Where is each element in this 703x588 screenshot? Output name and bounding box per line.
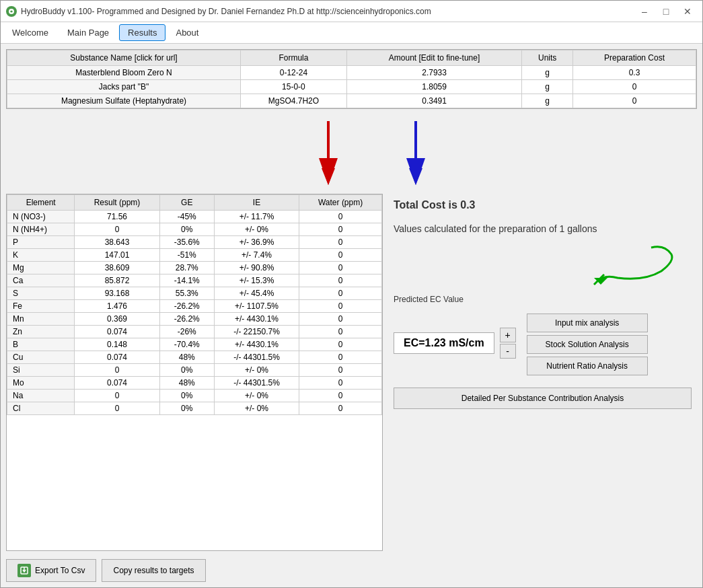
table-cell: 0 (75, 364, 159, 377)
red-arrow-icon (311, 118, 345, 185)
main-window: HydroBuddy v1.100- Programmed and Design… (0, 0, 703, 588)
copy-results-button[interactable]: Copy results to targets (102, 559, 205, 582)
table-row: Cu0.07448%-/- 44301.5%0 (7, 351, 382, 364)
table-cell: 0.074 (75, 377, 159, 390)
table-cell: 48% (159, 377, 214, 390)
input-mix-button[interactable]: Input mix analysis (527, 314, 648, 332)
table-cell: 0 (299, 223, 382, 236)
table-cell: 85.872 (75, 274, 159, 287)
close-button[interactable]: ✕ (678, 5, 697, 18)
table-cell: +/- 0% (214, 402, 299, 415)
stock-solution-button[interactable]: Stock Solution Analysis (527, 335, 648, 354)
minus-button[interactable]: - (500, 344, 516, 359)
col-result-ppm: Result (ppm) (75, 195, 159, 211)
table-cell: 0 (299, 377, 382, 390)
table-cell: 0 (299, 300, 382, 313)
table-cell[interactable]: 2.7933 (346, 66, 521, 80)
table-cell: 0.148 (75, 338, 159, 351)
table-cell: 0-12-24 (241, 66, 347, 80)
table-row: S93.16855.3%+/- 45.4%0 (7, 287, 382, 300)
menu-main-page[interactable]: Main Page (59, 24, 118, 41)
table-cell: 0 (299, 390, 382, 402)
table-row: N (NH4+)00%+/- 0%0 (7, 223, 382, 236)
table-cell: 38.609 (75, 262, 159, 274)
col-prep-cost: Preparation Cost (573, 50, 696, 66)
minimize-button[interactable]: – (635, 5, 654, 18)
table-row: Mg38.60928.7%+/- 90.8%0 (7, 262, 382, 274)
table-cell: +/- 0% (214, 364, 299, 377)
table-cell: g (522, 66, 573, 80)
table-cell: 71.56 (75, 211, 159, 223)
table-cell: 0 (75, 402, 159, 415)
col-formula: Formula (241, 50, 347, 66)
menu-results[interactable]: Results (119, 24, 165, 41)
substances-table: Substance Name [click for url] Formula A… (7, 50, 696, 108)
table-cell: 1.476 (75, 300, 159, 313)
table-cell: 93.168 (75, 287, 159, 300)
table-cell: g (522, 94, 573, 108)
table-cell: 0 (299, 262, 382, 274)
table-cell: 28.7% (159, 262, 214, 274)
table-cell: Fe (7, 300, 75, 313)
table-cell: 0% (159, 364, 214, 377)
table-cell: 0 (299, 287, 382, 300)
table-cell: 0 (75, 223, 159, 236)
table-cell: -/- 44301.5% (214, 351, 299, 364)
table-cell: 0 (299, 338, 382, 351)
table-cell: 0 (299, 326, 382, 338)
col-amount: Amount [Edit to fine-tune] (346, 50, 521, 66)
table-row: Fe1.476-26.2%+/- 1107.5%0 (7, 300, 382, 313)
table-cell: 0 (299, 364, 382, 377)
arrows-area (46, 114, 697, 188)
col-water-ppm: Water (ppm) (299, 195, 382, 211)
table-row: Jacks part "B"15-0-01.8059g0 (7, 80, 696, 94)
export-csv-button[interactable]: Export To Csv (6, 559, 96, 582)
detailed-analysis-button[interactable]: Detailed Per Substance Contribution Anal… (394, 388, 692, 409)
col-substance: Substance Name [click for url] (7, 50, 241, 66)
copy-results-label: Copy results to targets (113, 566, 194, 575)
table-row: Cl00%+/- 0%0 (7, 402, 382, 415)
window-title: HydroBuddy v1.100- Programmed and Design… (21, 7, 431, 16)
table-row: Magnesium Sulfate (Heptahydrate)MgSO4.7H… (7, 94, 696, 108)
table-cell: 0 (299, 313, 382, 326)
table-cell: 0 (299, 249, 382, 262)
menu-welcome[interactable]: Welcome (3, 24, 57, 41)
table-cell[interactable]: 1.8059 (346, 80, 521, 94)
title-bar-left: HydroBuddy v1.100- Programmed and Design… (6, 6, 431, 17)
menu-about[interactable]: About (167, 24, 207, 41)
table-cell: 0 (299, 274, 382, 287)
table-cell: 0 (75, 390, 159, 402)
table-cell: 0 (573, 94, 696, 108)
plus-button[interactable]: + (500, 328, 516, 342)
bottom-section: Element Result (ppm) GE IE Water (ppm) N… (6, 194, 697, 551)
table-cell: +/- 90.8% (214, 262, 299, 274)
table-cell: 0 (299, 236, 382, 249)
table-cell: Jacks part "B" (7, 80, 241, 94)
table-cell: -26.2% (159, 300, 214, 313)
svg-marker-6 (409, 168, 422, 185)
table-row: Na00%+/- 0%0 (7, 390, 382, 402)
table-cell: S (7, 287, 75, 300)
nutrient-ratio-button[interactable]: Nutrient Ratio Analysis (527, 357, 648, 375)
element-table: Element Result (ppm) GE IE Water (ppm) N… (7, 194, 382, 415)
table-cell: -26.2% (159, 313, 214, 326)
table-cell[interactable]: 0.3491 (346, 94, 521, 108)
export-csv-label: Export To Csv (35, 566, 85, 575)
table-cell: -70.4% (159, 338, 214, 351)
blue-arrow-icon (399, 118, 433, 185)
element-table-container: Element Result (ppm) GE IE Water (ppm) N… (6, 194, 383, 551)
table-cell: 48% (159, 351, 214, 364)
table-cell: N (NO3-) (7, 211, 75, 223)
top-table-section: Substance Name [click for url] Formula A… (6, 49, 697, 109)
table-cell: 0% (159, 390, 214, 402)
maximize-button[interactable]: □ (657, 5, 675, 18)
table-cell: 0% (159, 402, 214, 415)
table-cell: -/- 44301.5% (214, 377, 299, 390)
svg-marker-3 (322, 168, 335, 185)
table-cell: Si (7, 364, 75, 377)
ec-value-display: EC=1.23 mS/cm (394, 332, 494, 354)
table-cell: +/- 45.4% (214, 287, 299, 300)
title-bar: HydroBuddy v1.100- Programmed and Design… (1, 1, 702, 22)
col-element: Element (7, 195, 75, 211)
table-cell: Na (7, 390, 75, 402)
